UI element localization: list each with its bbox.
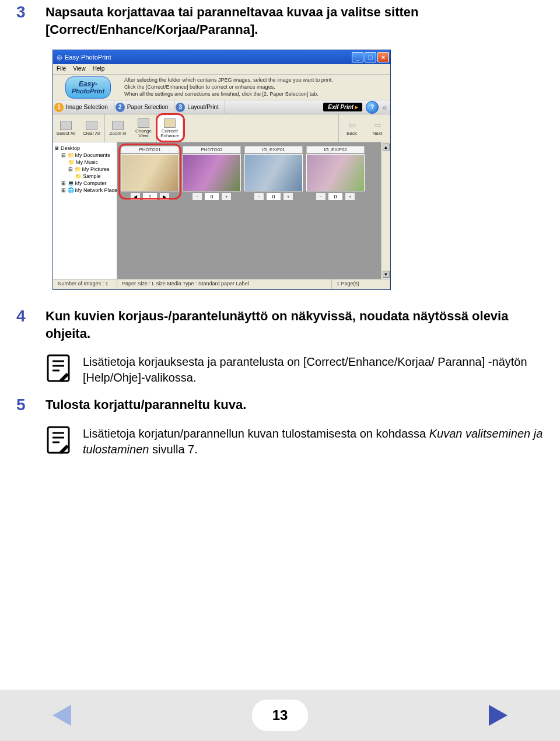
tree-sample[interactable]: 📁 Sample: [54, 173, 116, 180]
thumb-plus-button[interactable]: +: [221, 193, 232, 201]
tab-label: Image Selection: [66, 104, 108, 110]
thumbnail-item[interactable]: IG_EXIF02 − 0 +: [306, 146, 365, 201]
thumbnail-count: 0: [204, 193, 219, 201]
maximize-button[interactable]: □: [365, 52, 376, 62]
step-text: Kun kuvien korjaus-/parantelunäyttö on n…: [46, 307, 548, 342]
menubar: File View Help: [53, 64, 390, 75]
window-titlebar: ◎ Easy-PhotoPrint _ □ ×: [53, 50, 390, 64]
folder-tree[interactable]: 🖥 Desktop ⊟ 📁 My Documents 📁 My Music ⊟ …: [53, 142, 117, 279]
note-block: Lisätietoja korjatun/parannellun kuvan t…: [47, 426, 548, 457]
step-text: Tulosta korjattu/paranneltu kuva.: [46, 396, 548, 414]
thumbnail-image: [121, 154, 179, 191]
collapse-icon[interactable]: «: [382, 103, 387, 112]
thumb-minus-button[interactable]: −: [192, 193, 202, 201]
thumbnail-label: PHOTO02: [183, 146, 241, 153]
step-number: 3: [16, 4, 46, 22]
tab-number: 2: [116, 103, 125, 112]
thumbnail-label: IG_EXIF01: [244, 146, 303, 153]
tab-image-selection[interactable]: 1 Image Selection: [53, 100, 114, 114]
minimize-button[interactable]: _: [352, 52, 363, 62]
step-5: 5 Tulosta korjattu/paranneltu kuva.: [16, 396, 548, 414]
thumb-minus-button[interactable]: −: [254, 193, 264, 201]
thumbnail-area: PHOTO01 ◀ 1 ▶ PHOTO02: [117, 142, 381, 204]
window-title: Easy-PhotoPrint: [65, 54, 111, 61]
tab-layout-print[interactable]: 3 Layout/Print: [174, 100, 225, 114]
scrollbar[interactable]: ▲ ▼: [381, 142, 390, 279]
info-text: After selecting the folder which contain…: [123, 75, 390, 100]
help-button[interactable]: ?: [366, 101, 379, 114]
next-page-button[interactable]: [489, 705, 508, 726]
note-text: Lisätietoja korjauksesta ja parantelusta…: [83, 354, 548, 386]
tree-my-computer[interactable]: ⊞ 💻 My Computer: [54, 180, 116, 187]
next-arrow-icon: ⇨: [374, 121, 382, 130]
scroll-down-icon[interactable]: ▼: [383, 271, 390, 278]
app-screenshot: ◎ Easy-PhotoPrint _ □ × File View Help: [52, 50, 548, 290]
correct-enhance-button[interactable]: Correct/Enhance: [157, 114, 183, 142]
prev-page-button[interactable]: [52, 705, 71, 726]
thumb-plus-button[interactable]: +: [345, 193, 355, 201]
step-4: 4 Kun kuvien korjaus-/parantelunäyttö on…: [16, 307, 548, 342]
tree-my-network[interactable]: ⊞ 🌐 My Network Places: [54, 187, 116, 194]
step-3: 3 Napsauta korjattavaa tai paranneltavaa…: [16, 4, 548, 38]
toolbar: Select All Clear All Zoom in Change View: [53, 114, 390, 142]
note-icon: [47, 354, 70, 382]
note-text: Lisätietoja korjatun/parannellun kuvan t…: [83, 426, 548, 457]
note-block: Lisätietoja korjauksesta ja parantelusta…: [47, 354, 548, 386]
thumbnail-item[interactable]: PHOTO01 ◀ 1 ▶: [121, 146, 179, 201]
note-icon: [47, 426, 70, 454]
info-line-3: When all the settings and corrections ar…: [124, 91, 389, 98]
status-paper-info: Paper Size : L size Media Type : Standar…: [117, 279, 332, 289]
select-all-button[interactable]: Select All: [53, 114, 79, 142]
thumbnail-item[interactable]: IG_EXIF01 − 0 +: [244, 146, 303, 201]
status-bar: Number of Images : 1 Paper Size : L size…: [53, 279, 390, 289]
info-line-1: After selecting the folder which contain…: [124, 77, 389, 84]
scroll-up-icon[interactable]: ▲: [383, 144, 390, 151]
thumb-prev-button[interactable]: ◀: [130, 193, 141, 201]
thumb-minus-button[interactable]: −: [316, 193, 326, 201]
tab-paper-selection[interactable]: 2 Paper Selection: [114, 100, 175, 114]
status-image-count: Number of Images : 1: [53, 279, 117, 289]
menu-view[interactable]: View: [73, 65, 86, 73]
clear-all-icon: [86, 121, 97, 130]
info-line-2: Click the [Correct/Enhance] button to co…: [124, 84, 389, 91]
tab-number: 3: [176, 103, 185, 112]
thumbnail-count: 0: [328, 193, 343, 201]
thumbnail-image: [183, 154, 241, 191]
info-bar: Easy- PhotoPrint After selecting the fol…: [53, 75, 390, 100]
step-number: 4: [16, 307, 46, 326]
logo-top: Easy-: [79, 80, 97, 88]
app-logo: Easy- PhotoPrint: [53, 75, 123, 100]
next-button[interactable]: ⇨ Next: [365, 114, 390, 142]
select-all-icon: [60, 121, 72, 130]
clear-all-button[interactable]: Clear All: [79, 114, 104, 142]
thumbnail-label: PHOTO01: [121, 146, 179, 153]
thumbnail-item[interactable]: PHOTO02 − 0 +: [183, 146, 241, 201]
app-icon: ◎: [57, 54, 62, 61]
change-view-icon: [138, 118, 149, 128]
tree-my-music[interactable]: 📁 My Music: [54, 159, 116, 166]
page-footer: 13: [0, 690, 560, 741]
correct-enhance-icon: [164, 118, 176, 128]
menu-help[interactable]: Help: [93, 65, 105, 73]
status-page-count: 1 Page(s): [332, 279, 390, 289]
thumbnail-count: 0: [266, 193, 281, 201]
thumbnail-image: [306, 154, 365, 191]
thumb-plus-button[interactable]: +: [283, 193, 293, 201]
thumb-next-button[interactable]: ▶: [159, 193, 170, 201]
tree-desktop[interactable]: 🖥 Desktop: [54, 145, 116, 152]
tree-my-pictures[interactable]: ⊟ 📁 My Pictures: [54, 166, 116, 173]
tree-my-documents[interactable]: ⊟ 📁 My Documents: [54, 152, 116, 159]
menu-file[interactable]: File: [57, 65, 66, 73]
tab-label: Layout/Print: [187, 104, 218, 110]
tab-bar: 1 Image Selection 2 Paper Selection 3 La…: [53, 100, 390, 114]
close-button[interactable]: ×: [377, 52, 389, 62]
change-view-button[interactable]: Change View: [131, 114, 156, 142]
back-arrow-icon: ⇦: [348, 121, 356, 130]
logo-bottom: PhotoPrint: [72, 88, 104, 95]
thumbnail-label: IG_EXIF02: [306, 146, 365, 153]
thumbnail-image: [244, 154, 303, 191]
thumbnail-count: 1: [142, 193, 158, 201]
back-button[interactable]: ⇦ Back: [339, 114, 365, 142]
page-number-badge: 13: [252, 700, 308, 731]
zoom-in-button[interactable]: Zoom in: [105, 114, 131, 142]
